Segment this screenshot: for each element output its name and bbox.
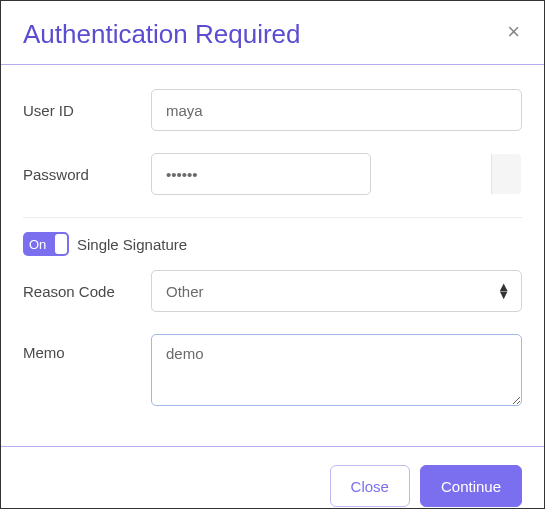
single-signature-row: On Single Signature bbox=[23, 232, 522, 256]
user-id-row: User ID bbox=[23, 89, 522, 131]
modal-body: User ID Password On Single Signature Rea… bbox=[1, 65, 544, 446]
password-label: Password bbox=[23, 166, 151, 183]
toggle-knob bbox=[55, 234, 67, 254]
toggle-on-text: On bbox=[29, 237, 46, 252]
modal-header: Authentication Required × bbox=[1, 1, 544, 65]
memo-textarea[interactable]: demo bbox=[151, 334, 522, 406]
single-signature-toggle[interactable]: On bbox=[23, 232, 69, 256]
auth-modal: Authentication Required × User ID Passwo… bbox=[0, 0, 545, 509]
password-row: Password bbox=[23, 153, 522, 195]
reason-code-label: Reason Code bbox=[23, 283, 151, 300]
reason-code-select[interactable]: Other bbox=[151, 270, 522, 312]
password-input[interactable] bbox=[151, 153, 371, 195]
user-id-label: User ID bbox=[23, 102, 151, 119]
user-id-input[interactable] bbox=[151, 89, 522, 131]
modal-title: Authentication Required bbox=[23, 19, 301, 50]
memo-row: Memo demo bbox=[23, 334, 522, 406]
single-signature-label: Single Signature bbox=[77, 236, 187, 253]
divider bbox=[23, 217, 522, 218]
memo-label: Memo bbox=[23, 334, 151, 361]
reason-code-row: Reason Code Other ▲▼ bbox=[23, 270, 522, 312]
continue-button[interactable]: Continue bbox=[420, 465, 522, 507]
modal-footer: Close Continue bbox=[1, 446, 544, 509]
close-button[interactable]: Close bbox=[330, 465, 410, 507]
password-edge bbox=[491, 154, 521, 194]
close-icon[interactable]: × bbox=[505, 19, 522, 45]
